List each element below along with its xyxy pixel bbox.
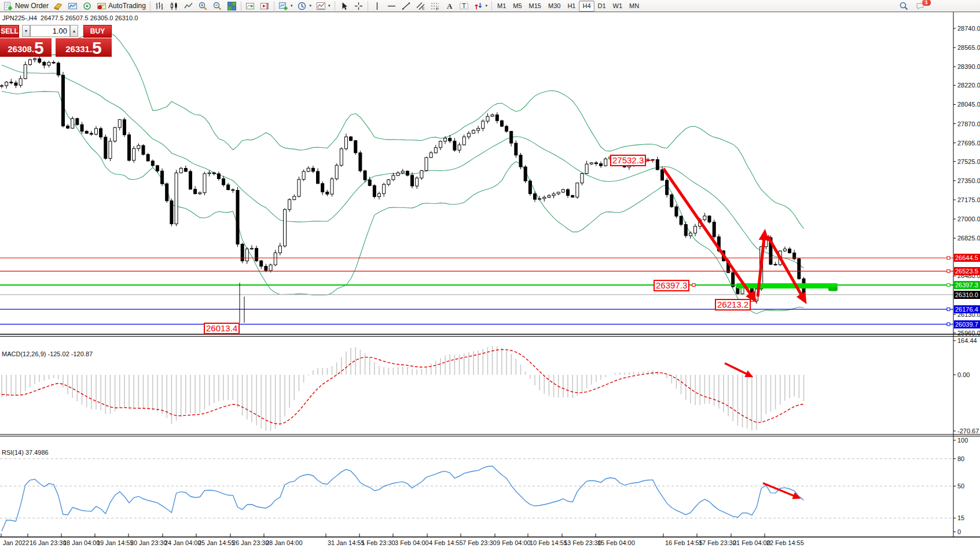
y-axis-tick-label: 28740.0 [957,25,980,32]
volume-increment-button[interactable]: ▲ [70,25,78,37]
timeframe-button-mn[interactable]: MN [626,1,643,12]
candle-body [561,189,564,192]
candle-body [269,265,272,271]
timeframe-button-h4[interactable]: H4 [579,1,594,12]
timeframe-button-h1[interactable]: H1 [564,1,579,12]
rsi-axis-label: 100 [957,437,968,444]
auto-scroll-button[interactable] [243,0,258,12]
price-callout-26013.4[interactable]: 26013.4 [204,323,240,334]
candle-body [783,249,786,251]
price-tag-26310: 26310.0 [954,291,980,299]
timeframe-button-m15[interactable]: M15 [526,1,545,12]
chart-canvas[interactable]: 28740.028565.028390.028220.028045.027870… [0,12,980,548]
timeframe-button-m30[interactable]: M30 [545,1,564,12]
new-chart-icon [278,1,288,11]
level-line-handle[interactable] [947,308,950,310]
candle-body [406,171,409,175]
sell-button[interactable]: SELL [0,25,19,38]
vertical-line-button[interactable] [370,0,384,12]
candle-body [472,130,475,133]
support-zone-marker-tail [828,287,838,291]
candle-body [571,195,574,197]
vertical-line-icon [372,1,382,11]
candle-body [557,192,560,194]
candle-body [684,224,687,235]
line-chart-button[interactable] [181,0,196,12]
chart-shift-button[interactable] [258,0,272,12]
candle-body [24,65,27,79]
fibonacci-button[interactable]: F [428,0,442,12]
timeframe-button-d1[interactable]: D1 [594,1,610,12]
candle-body [335,165,338,179]
metaeditor-button[interactable] [51,0,65,12]
candle-body [364,171,366,180]
search-button[interactable] [897,0,911,12]
sell-price[interactable]: 26308.5 [0,38,52,57]
chart-area[interactable]: 28740.028565.028390.028220.028045.027870… [0,12,980,548]
y-axis-tick-label: 27350.0 [957,177,980,184]
candle-body [232,189,234,190]
candle-body [510,131,513,143]
text-label-button[interactable]: T [457,0,471,12]
toolbar-separator [150,1,151,11]
price-callout-27532.3[interactable]: 27532.3 [610,155,646,166]
x-axis-label: 21 Feb 04:00 [733,539,770,546]
level-line-handle[interactable] [947,284,950,287]
trendline-button[interactable] [399,0,413,12]
price-callout-26213.2[interactable]: 26213.2 [715,299,751,310]
candle-body [458,145,461,150]
candle-body [500,120,503,126]
new-order-button[interactable]: New Order [1,0,51,12]
volume-decrement-button[interactable]: ▼ [22,25,30,37]
candle-body [392,176,395,180]
buy-price[interactable]: 26331.5 [56,38,112,57]
timeframe-button-m5[interactable]: M5 [509,1,525,12]
tile-windows-button[interactable] [225,0,239,12]
candle-body [600,164,603,166]
bar-chart-button[interactable] [152,0,167,12]
text-button[interactable]: A [442,0,457,12]
candle-body [416,178,419,186]
support-zone-marker[interactable] [736,283,838,288]
channel-button[interactable]: E [413,0,428,12]
candle-body [76,119,79,125]
market-watch-button[interactable] [65,0,80,12]
level-line-handle[interactable] [947,323,950,326]
new-order-button-label: New Order [15,2,49,10]
timeframe-button-w1[interactable]: W1 [610,1,626,12]
level-line-handle[interactable] [947,257,950,260]
chevron-down-icon: ▾ [486,3,488,8]
x-axis-label: 4 Feb 14:55 [429,539,463,546]
trendline-icon [401,1,411,11]
candle-body [666,180,669,195]
crosshair-button[interactable] [351,0,366,12]
candle-body [354,141,357,153]
level-line-handle[interactable] [947,270,950,273]
new-chart-button[interactable]: ▾ [276,0,295,12]
zoom-out-button[interactable] [210,0,225,12]
templates-button[interactable]: ▾ [314,0,333,12]
candle-body [491,115,494,116]
horizontal-line-button[interactable] [384,0,399,12]
candle-body [420,170,423,178]
volume-input[interactable] [30,25,70,37]
x-axis-label: 9 Feb 04:00 [497,539,531,546]
zoom-in-button[interactable] [196,0,210,12]
candle-body [241,244,244,261]
candlestick-button[interactable] [167,0,181,12]
notifications-button[interactable]: 1 [913,0,928,12]
arrows-button[interactable]: ▾ [471,0,490,12]
profiles-button[interactable]: ▾ [295,0,314,12]
x-axis-label: 16 Jan 23:30 [30,539,67,546]
cursor-button[interactable] [337,0,351,12]
timeframe-button-m1[interactable]: M1 [494,1,509,12]
candle-body [397,173,399,176]
signals-button[interactable] [80,0,94,12]
candle-body [57,63,60,75]
candle-body [298,180,300,196]
candle-body [439,141,442,148]
buy-button[interactable]: BUY [83,25,112,38]
autotrading-button[interactable]: AutoTrading [94,0,148,12]
price-callout-26397.3[interactable]: 26397.3 [654,280,689,291]
candle-body [703,216,706,220]
